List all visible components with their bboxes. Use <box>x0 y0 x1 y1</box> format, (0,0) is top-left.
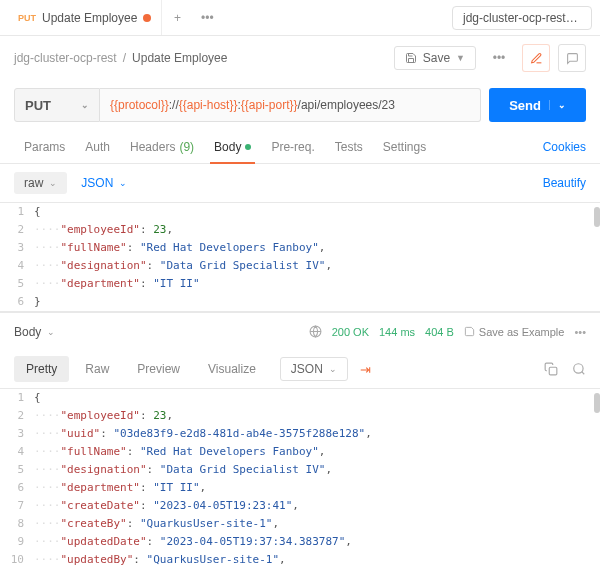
save-example-button[interactable]: Save as Example <box>464 326 565 338</box>
svg-point-3 <box>574 364 583 373</box>
send-label: Send <box>509 98 541 113</box>
chevron-down-icon: ⌄ <box>47 327 55 337</box>
body-controls: raw ⌄ JSON ⌄ Beautify <box>0 164 600 202</box>
chevron-down-icon: ⌄ <box>49 178 57 188</box>
tab-visualize[interactable]: Visualize <box>196 356 268 382</box>
scrollbar-thumb[interactable] <box>594 207 600 227</box>
tab-preview[interactable]: Preview <box>125 356 192 382</box>
chevron-down-icon[interactable]: ⌄ <box>549 100 566 110</box>
breadcrumb-sep: / <box>123 51 126 65</box>
tab-settings[interactable]: Settings <box>373 130 436 163</box>
response-size: 404 B <box>425 326 454 338</box>
response-pane-select[interactable]: Body ⌄ <box>14 325 55 339</box>
code-line: 5····"department": "IT II" <box>0 275 600 293</box>
code-line: 5····"designation": "Data Grid Specialis… <box>0 461 600 479</box>
chevron-down-icon: ▼ <box>456 53 465 63</box>
globe-icon[interactable] <box>309 325 322 338</box>
code-line: 1{ <box>0 389 600 407</box>
new-tab-button[interactable]: + <box>162 11 192 25</box>
unsaved-dot-icon <box>143 14 151 22</box>
code-line: 1{ <box>0 203 600 221</box>
search-icon[interactable] <box>572 362 586 376</box>
edit-button[interactable] <box>522 44 550 72</box>
code-line: 3····"fullName": "Red Hat Developers Fan… <box>0 239 600 257</box>
cookies-link[interactable]: Cookies <box>543 140 586 154</box>
response-view-tabs: Pretty Raw Preview Visualize JSON ⌄ ⇥ <box>0 350 600 388</box>
tab-params[interactable]: Params <box>14 130 75 163</box>
scrollbar-thumb[interactable] <box>594 393 600 413</box>
chevron-down-icon: ⌄ <box>81 100 89 110</box>
more-actions-button[interactable]: ••• <box>484 51 514 65</box>
code-line: 10····"updatedBy": "QuarkusUser-site-1", <box>0 551 600 569</box>
tab-tests[interactable]: Tests <box>325 130 373 163</box>
code-line: 6····"department": "IT II", <box>0 479 600 497</box>
comment-button[interactable] <box>558 44 586 72</box>
more-icon[interactable]: ••• <box>574 326 586 338</box>
url-input[interactable]: {{protocol}}://{{api-host}}:{{api-port}}… <box>100 88 481 122</box>
response-format-select[interactable]: JSON ⌄ <box>280 357 348 381</box>
environment-select[interactable]: jdg-cluster-ocp-rest-quarkus C <box>452 6 592 30</box>
response-bar: Body ⌄ 200 OK 144 ms 404 B Save as Examp… <box>0 312 600 350</box>
tab-overflow-button[interactable]: ••• <box>192 11 222 25</box>
code-line: 2····"employeeId": 23, <box>0 221 600 239</box>
tab-pretty[interactable]: Pretty <box>14 356 69 382</box>
svg-line-4 <box>582 372 585 375</box>
request-tab[interactable]: PUT Update Employee <box>8 0 162 35</box>
code-line: 9····"updatedDate": "2023-04-05T19:37:34… <box>0 533 600 551</box>
tab-title: Update Employee <box>42 11 137 25</box>
code-line: 3····"uuid": "03de83f9-e2d8-481d-ab4e-35… <box>0 425 600 443</box>
request-body-editor[interactable]: 1{2····"employeeId": 23,3····"fullName":… <box>0 202 600 312</box>
wrap-lines-icon[interactable]: ⇥ <box>360 362 371 377</box>
tab-raw[interactable]: Raw <box>73 356 121 382</box>
tab-method: PUT <box>18 13 36 23</box>
tab-bar: PUT Update Employee + ••• jdg-cluster-oc… <box>0 0 600 36</box>
code-line: 6} <box>0 293 600 311</box>
save-label: Save <box>423 51 450 65</box>
code-line: 2····"employeeId": 23, <box>0 407 600 425</box>
method-label: PUT <box>25 98 51 113</box>
code-line: 4····"designation": "Data Grid Specialis… <box>0 257 600 275</box>
body-format-select[interactable]: JSON ⌄ <box>81 176 127 190</box>
request-row: PUT ⌄ {{protocol}}://{{api-host}}:{{api-… <box>0 80 600 130</box>
chevron-down-icon: ⌄ <box>329 364 337 374</box>
tab-auth[interactable]: Auth <box>75 130 120 163</box>
breadcrumb-current: Update Employee <box>132 51 227 65</box>
breadcrumb-row: jdg-cluster-ocp-rest / Update Employee S… <box>0 36 600 80</box>
chevron-down-icon: ⌄ <box>119 178 127 188</box>
request-tabs: Params Auth Headers (9) Body Pre-req. Te… <box>0 130 600 164</box>
code-line: 7····"createDate": "2023-04-05T19:23:41"… <box>0 497 600 515</box>
body-type-select[interactable]: raw ⌄ <box>14 172 67 194</box>
response-status: 200 OK <box>332 326 369 338</box>
code-line: 8····"createBy": "QuarkusUser-site-1", <box>0 515 600 533</box>
send-button[interactable]: Send ⌄ <box>489 88 586 122</box>
tab-body[interactable]: Body <box>204 130 261 163</box>
response-body-viewer[interactable]: 1{2····"employeeId": 23,3····"uuid": "03… <box>0 388 600 570</box>
modified-dot-icon <box>245 144 251 150</box>
tab-prereq[interactable]: Pre-req. <box>261 130 324 163</box>
tab-headers[interactable]: Headers (9) <box>120 130 204 163</box>
code-line: 4····"fullName": "Red Hat Developers Fan… <box>0 443 600 461</box>
save-button[interactable]: Save ▼ <box>394 46 476 70</box>
save-icon <box>405 52 417 64</box>
svg-rect-2 <box>549 367 557 375</box>
beautify-link[interactable]: Beautify <box>543 176 586 190</box>
copy-icon[interactable] <box>544 362 558 376</box>
breadcrumb-parent[interactable]: jdg-cluster-ocp-rest <box>14 51 117 65</box>
method-select[interactable]: PUT ⌄ <box>14 88 100 122</box>
response-time: 144 ms <box>379 326 415 338</box>
